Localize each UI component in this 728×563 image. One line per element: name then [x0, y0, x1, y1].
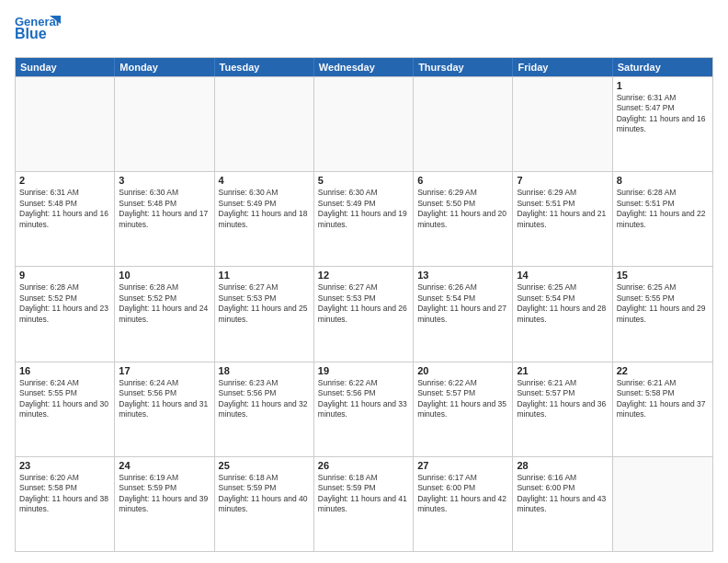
day-number: 28: [517, 460, 608, 471]
calendar: SundayMondayTuesdayWednesdayThursdayFrid…: [15, 57, 713, 552]
day-info: Sunrise: 6:30 AM Sunset: 5:49 PM Dayligh…: [219, 188, 310, 230]
calendar-cell: [513, 77, 612, 171]
day-info: Sunrise: 6:25 AM Sunset: 5:55 PM Dayligh…: [617, 282, 709, 325]
day-info: Sunrise: 6:21 AM Sunset: 5:57 PM Dayligh…: [517, 378, 608, 420]
day-number: 4: [219, 175, 310, 186]
header: General Blue: [15, 11, 713, 52]
calendar-cell: [16, 77, 115, 171]
calendar-cell: 1Sunrise: 6:31 AM Sunset: 5:47 PM Daylig…: [613, 77, 712, 171]
day-info: Sunrise: 6:25 AM Sunset: 5:54 PM Dayligh…: [517, 282, 608, 325]
day-info: Sunrise: 6:28 AM Sunset: 5:52 PM Dayligh…: [119, 282, 210, 325]
svg-text:Blue: Blue: [15, 26, 47, 41]
day-info: Sunrise: 6:18 AM Sunset: 5:59 PM Dayligh…: [219, 473, 310, 515]
day-info: Sunrise: 6:20 AM Sunset: 5:58 PM Dayligh…: [19, 473, 110, 515]
day-number: 22: [617, 365, 709, 376]
day-info: Sunrise: 6:24 AM Sunset: 5:56 PM Dayligh…: [119, 378, 210, 420]
day-number: 12: [318, 270, 409, 281]
day-header-wednesday: Wednesday: [314, 58, 414, 76]
day-info: Sunrise: 6:31 AM Sunset: 5:48 PM Dayligh…: [19, 188, 110, 230]
day-info: Sunrise: 6:21 AM Sunset: 5:58 PM Dayligh…: [617, 378, 709, 420]
calendar-cell: 28Sunrise: 6:16 AM Sunset: 6:00 PM Dayli…: [513, 457, 612, 551]
calendar-cell: 7Sunrise: 6:29 AM Sunset: 5:51 PM Daylig…: [513, 172, 612, 266]
calendar-cell: 22Sunrise: 6:21 AM Sunset: 5:58 PM Dayli…: [613, 362, 712, 456]
calendar-cell: 19Sunrise: 6:22 AM Sunset: 5:56 PM Dayli…: [314, 362, 414, 456]
day-info: Sunrise: 6:19 AM Sunset: 5:59 PM Dayligh…: [119, 473, 210, 515]
day-info: Sunrise: 6:23 AM Sunset: 5:56 PM Dayligh…: [219, 378, 310, 420]
day-info: Sunrise: 6:24 AM Sunset: 5:55 PM Dayligh…: [19, 378, 110, 420]
day-number: 21: [517, 365, 608, 376]
day-number: 6: [417, 175, 508, 186]
day-number: 16: [19, 365, 110, 376]
day-info: Sunrise: 6:27 AM Sunset: 5:53 PM Dayligh…: [318, 282, 409, 325]
day-header-saturday: Saturday: [613, 58, 712, 76]
calendar-cell: 20Sunrise: 6:22 AM Sunset: 5:57 PM Dayli…: [414, 362, 513, 456]
day-number: 18: [219, 365, 310, 376]
day-info: Sunrise: 6:22 AM Sunset: 5:57 PM Dayligh…: [417, 378, 508, 420]
day-info: Sunrise: 6:28 AM Sunset: 5:51 PM Dayligh…: [617, 188, 709, 230]
calendar-cell: 16Sunrise: 6:24 AM Sunset: 5:55 PM Dayli…: [16, 362, 115, 456]
calendar-cell: 10Sunrise: 6:28 AM Sunset: 5:52 PM Dayli…: [115, 267, 214, 361]
day-number: 2: [19, 175, 110, 186]
calendar-cell: 21Sunrise: 6:21 AM Sunset: 5:57 PM Dayli…: [513, 362, 612, 456]
day-info: Sunrise: 6:22 AM Sunset: 5:56 PM Dayligh…: [318, 378, 409, 420]
day-number: 8: [617, 175, 709, 186]
calendar-cell: 4Sunrise: 6:30 AM Sunset: 5:49 PM Daylig…: [215, 172, 314, 266]
calendar-cell: 2Sunrise: 6:31 AM Sunset: 5:48 PM Daylig…: [16, 172, 115, 266]
day-number: 9: [19, 270, 110, 281]
day-number: 27: [417, 460, 508, 471]
calendar-header: SundayMondayTuesdayWednesdayThursdayFrid…: [16, 58, 712, 76]
day-header-tuesday: Tuesday: [215, 58, 314, 76]
day-number: 1: [617, 80, 709, 91]
day-info: Sunrise: 6:29 AM Sunset: 5:51 PM Dayligh…: [517, 188, 608, 230]
calendar-cell: [613, 457, 712, 551]
calendar-cell: 9Sunrise: 6:28 AM Sunset: 5:52 PM Daylig…: [16, 267, 115, 361]
day-number: 15: [617, 270, 709, 281]
day-info: Sunrise: 6:31 AM Sunset: 5:47 PM Dayligh…: [617, 93, 709, 135]
calendar-cell: 6Sunrise: 6:29 AM Sunset: 5:50 PM Daylig…: [414, 172, 513, 266]
day-number: 10: [119, 270, 210, 281]
calendar-row-1: 1Sunrise: 6:31 AM Sunset: 5:47 PM Daylig…: [16, 76, 712, 171]
calendar-cell: 25Sunrise: 6:18 AM Sunset: 5:59 PM Dayli…: [215, 457, 314, 551]
day-number: 11: [219, 270, 310, 281]
calendar-cell: 11Sunrise: 6:27 AM Sunset: 5:53 PM Dayli…: [215, 267, 314, 361]
day-header-monday: Monday: [115, 58, 214, 76]
day-number: 17: [119, 365, 210, 376]
day-info: Sunrise: 6:30 AM Sunset: 5:48 PM Dayligh…: [119, 188, 210, 230]
day-number: 23: [19, 460, 110, 471]
day-header-sunday: Sunday: [16, 58, 115, 76]
calendar-cell: [414, 77, 513, 171]
calendar-cell: 27Sunrise: 6:17 AM Sunset: 6:00 PM Dayli…: [414, 457, 513, 551]
calendar-cell: 24Sunrise: 6:19 AM Sunset: 5:59 PM Dayli…: [115, 457, 214, 551]
day-header-thursday: Thursday: [414, 58, 513, 76]
logo: General Blue: [15, 11, 61, 52]
calendar-body: 1Sunrise: 6:31 AM Sunset: 5:47 PM Daylig…: [16, 76, 712, 551]
day-number: 7: [517, 175, 608, 186]
calendar-cell: [215, 77, 314, 171]
day-info: Sunrise: 6:17 AM Sunset: 6:00 PM Dayligh…: [417, 473, 508, 515]
calendar-cell: 26Sunrise: 6:18 AM Sunset: 5:59 PM Dayli…: [314, 457, 414, 551]
day-number: 13: [417, 270, 508, 281]
calendar-cell: 3Sunrise: 6:30 AM Sunset: 5:48 PM Daylig…: [115, 172, 214, 266]
day-number: 26: [318, 460, 409, 471]
calendar-row-4: 16Sunrise: 6:24 AM Sunset: 5:55 PM Dayli…: [16, 362, 712, 456]
logo-icon: General Blue: [15, 11, 61, 48]
day-info: Sunrise: 6:16 AM Sunset: 6:00 PM Dayligh…: [517, 473, 608, 515]
day-number: 3: [119, 175, 210, 186]
calendar-row-5: 23Sunrise: 6:20 AM Sunset: 5:58 PM Dayli…: [16, 456, 712, 551]
day-info: Sunrise: 6:28 AM Sunset: 5:52 PM Dayligh…: [19, 282, 110, 325]
day-number: 19: [318, 365, 409, 376]
calendar-cell: 17Sunrise: 6:24 AM Sunset: 5:56 PM Dayli…: [115, 362, 214, 456]
calendar-cell: [314, 77, 414, 171]
day-info: Sunrise: 6:26 AM Sunset: 5:54 PM Dayligh…: [417, 282, 508, 325]
calendar-cell: 23Sunrise: 6:20 AM Sunset: 5:58 PM Dayli…: [16, 457, 115, 551]
day-info: Sunrise: 6:30 AM Sunset: 5:49 PM Dayligh…: [318, 188, 409, 230]
day-info: Sunrise: 6:29 AM Sunset: 5:50 PM Dayligh…: [417, 188, 508, 230]
calendar-cell: 5Sunrise: 6:30 AM Sunset: 5:49 PM Daylig…: [314, 172, 414, 266]
calendar-row-3: 9Sunrise: 6:28 AM Sunset: 5:52 PM Daylig…: [16, 266, 712, 361]
calendar-cell: 13Sunrise: 6:26 AM Sunset: 5:54 PM Dayli…: [414, 267, 513, 361]
day-number: 25: [219, 460, 310, 471]
page: General Blue SundayMondayTuesdayWednesda…: [0, 0, 728, 563]
calendar-cell: 18Sunrise: 6:23 AM Sunset: 5:56 PM Dayli…: [215, 362, 314, 456]
calendar-row-2: 2Sunrise: 6:31 AM Sunset: 5:48 PM Daylig…: [16, 171, 712, 266]
calendar-cell: 14Sunrise: 6:25 AM Sunset: 5:54 PM Dayli…: [513, 267, 612, 361]
